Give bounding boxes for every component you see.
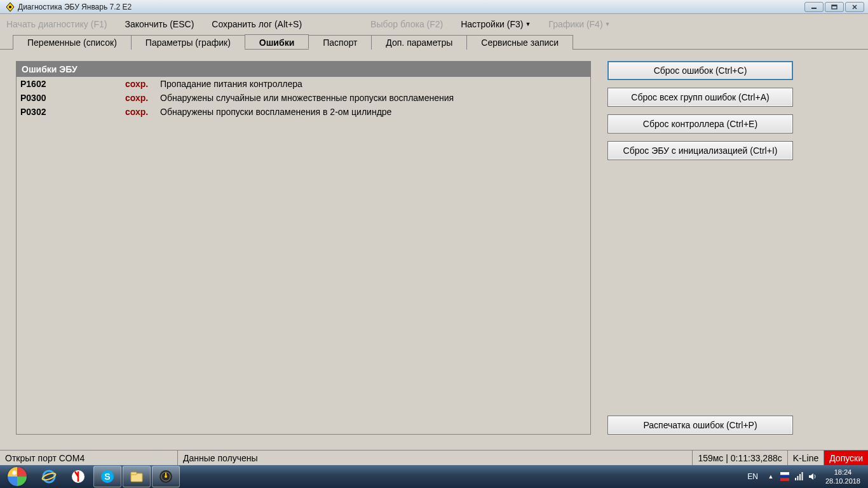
menu-settings-label: Настройки (F3)	[461, 19, 523, 29]
error-row[interactable]: P0300 сохр. Обнаружены случайные или мно…	[17, 91, 590, 105]
statusbar: Открыт порт COM4 Данные получены 159мс |…	[0, 450, 868, 465]
svg-rect-16	[780, 478, 789, 481]
network-icon[interactable]	[794, 471, 804, 482]
tray-language[interactable]: EN	[743, 472, 762, 481]
tab-extra-params[interactable]: Доп. параметры	[371, 35, 467, 50]
print-errors-button[interactable]: Распечатка ошибок (Ctrl+P)	[607, 416, 793, 435]
svg-rect-3	[832, 5, 837, 6]
maximize-button[interactable]	[825, 2, 844, 12]
menu-finish[interactable]: Закончить (ESC)	[125, 19, 194, 29]
svg-rect-14	[780, 472, 789, 475]
error-description: Обнаружены случайные или множественные п…	[160, 93, 587, 103]
tray-time: 18:24	[825, 468, 860, 477]
error-panel-header: Ошибки ЭБУ	[17, 62, 590, 77]
error-description: Обнаружены пропуски воспламенения в 2-ом…	[160, 107, 587, 117]
tray-clock[interactable]: 18:24 28.10.2018	[822, 468, 864, 485]
tab-variables[interactable]: Переменные (список)	[13, 35, 132, 50]
taskbar-ie-icon[interactable]	[35, 466, 63, 487]
svg-rect-10	[131, 472, 137, 475]
tab-errors[interactable]: Ошибки	[245, 34, 309, 49]
tray-date: 28.10.2018	[825, 477, 860, 485]
menu-save-log[interactable]: Сохранить лог (Alt+S)	[212, 19, 302, 29]
error-code: P0302	[20, 107, 125, 117]
tab-passport[interactable]: Паспорт	[308, 35, 372, 50]
window-title: Диагностика ЭБУ Январь 7.2 Е2	[18, 3, 804, 11]
chevron-down-icon: ▼	[525, 21, 531, 27]
status-kline: K-Line	[788, 451, 824, 465]
svg-rect-18	[797, 476, 798, 480]
error-status: сохр.	[125, 93, 160, 103]
error-row[interactable]: P0302 сохр. Обнаружены пропуски воспламе…	[17, 105, 590, 119]
error-description: Пропадание питания контроллера	[160, 79, 587, 89]
start-button[interactable]	[0, 465, 34, 488]
menu-charts-label: Графики (F4)	[548, 19, 602, 29]
svg-text:S: S	[104, 471, 110, 482]
reset-controller-button[interactable]: Сброс контроллера (Ctrl+E)	[607, 114, 793, 133]
windows-logo-icon	[8, 467, 27, 486]
tab-service-records[interactable]: Сервисные записи	[466, 35, 573, 50]
error-panel: Ошибки ЭБУ P1602 сохр. Пропадание питани…	[16, 61, 591, 435]
taskbar-diagnostic-app-icon[interactable]	[152, 466, 180, 487]
error-list: P1602 сохр. Пропадание питания контролле…	[17, 77, 590, 434]
reset-all-groups-button[interactable]: Сброс всех групп ошибок (Ctrl+A)	[607, 88, 793, 107]
taskbar-yandex-icon[interactable]	[64, 466, 92, 487]
svg-rect-17	[795, 478, 796, 480]
status-port: Открыт порт COM4	[0, 451, 178, 465]
app-icon	[5, 2, 15, 12]
taskbar-explorer-icon[interactable]	[123, 466, 151, 487]
reset-errors-button[interactable]: Сброс ошибок (Ctrl+C)	[607, 61, 793, 80]
svg-point-0	[9, 6, 11, 8]
error-status: сохр.	[125, 79, 160, 89]
reset-ecu-init-button[interactable]: Сброс ЭБУ с инициализацией (Ctrl+I)	[607, 141, 793, 160]
minimize-button[interactable]	[804, 2, 824, 12]
volume-icon[interactable]	[808, 471, 818, 482]
error-row[interactable]: P1602 сохр. Пропадание питания контролле…	[17, 77, 590, 91]
tray-chevron-up-icon[interactable]: ▲	[766, 471, 776, 482]
error-code: P0300	[20, 93, 125, 103]
svg-rect-19	[799, 474, 801, 480]
close-button[interactable]	[845, 2, 864, 12]
tabstrip: Переменные (список) Параметры (график) О…	[0, 34, 868, 50]
svg-rect-1	[811, 8, 817, 9]
error-status: сохр.	[125, 107, 160, 117]
svg-rect-20	[801, 472, 803, 480]
status-allowances[interactable]: Допуски	[824, 451, 868, 465]
status-data: Данные получены	[178, 451, 693, 465]
tab-parameters[interactable]: Параметры (график)	[131, 35, 245, 50]
menu-charts[interactable]: Графики (F4) ▼	[548, 19, 610, 29]
menu-start-diagnostics[interactable]: Начать диагностику (F1)	[6, 19, 107, 29]
chevron-down-icon: ▼	[605, 21, 611, 27]
flag-icon[interactable]	[780, 471, 790, 482]
taskbar: S EN ▲ 18:24 28.10.2018	[0, 465, 868, 488]
svg-point-13	[165, 475, 167, 478]
status-timing: 159мс | 0:11:33,288с	[693, 451, 787, 465]
taskbar-skype-icon[interactable]: S	[93, 466, 121, 487]
system-tray: EN ▲ 18:24 28.10.2018	[743, 468, 868, 485]
window-titlebar: Диагностика ЭБУ Январь 7.2 Е2	[0, 0, 868, 14]
svg-rect-15	[780, 475, 789, 478]
menu-settings[interactable]: Настройки (F3) ▼	[461, 19, 531, 29]
menu-block-select[interactable]: Выбор блока (F2)	[370, 19, 443, 29]
content-area: Ошибки ЭБУ P1602 сохр. Пропадание питани…	[0, 50, 868, 447]
menubar: Начать диагностику (F1) Закончить (ESC) …	[0, 14, 868, 34]
action-buttons: Сброс ошибок (Ctrl+C) Сброс всех групп о…	[607, 61, 793, 435]
error-code: P1602	[20, 79, 125, 89]
